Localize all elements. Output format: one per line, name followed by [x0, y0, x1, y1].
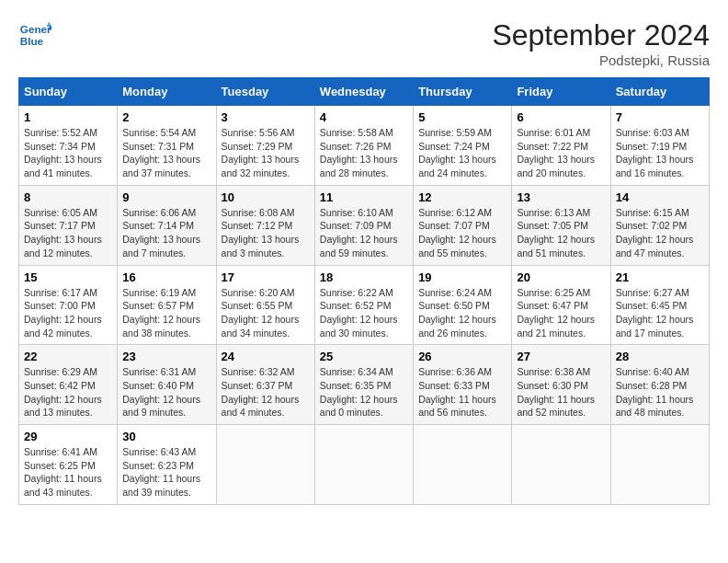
page-header: General Blue September 2024 Podstepki, R… — [18, 18, 710, 68]
day-info: Sunrise: 6:03 AMSunset: 7:19 PMDaylight:… — [616, 126, 704, 180]
day-number: 2 — [122, 110, 210, 124]
calendar-week-row: 29Sunrise: 6:41 AMSunset: 6:25 PMDayligh… — [19, 425, 710, 505]
day-info: Sunrise: 6:05 AMSunset: 7:17 PMDaylight:… — [24, 206, 112, 260]
day-info: Sunrise: 6:40 AMSunset: 6:28 PMDaylight:… — [616, 365, 704, 419]
calendar-cell — [314, 425, 413, 505]
day-info: Sunrise: 6:27 AMSunset: 6:45 PMDaylight:… — [616, 286, 704, 340]
day-info: Sunrise: 6:20 AMSunset: 6:55 PMDaylight:… — [222, 286, 310, 340]
day-number: 25 — [320, 350, 408, 363]
calendar-cell: 9Sunrise: 6:06 AMSunset: 7:14 PMDaylight… — [118, 185, 216, 265]
day-number: 5 — [418, 110, 506, 124]
day-number: 9 — [122, 190, 210, 204]
calendar-cell: 1Sunrise: 5:52 AMSunset: 7:34 PMDaylight… — [19, 106, 118, 186]
day-number: 12 — [418, 190, 506, 204]
header-tuesday: Tuesday — [216, 78, 314, 106]
calendar-cell: 7Sunrise: 6:03 AMSunset: 7:19 PMDaylight… — [610, 106, 709, 186]
weekday-header-row: Sunday Monday Tuesday Wednesday Thursday… — [19, 78, 710, 106]
day-info: Sunrise: 5:52 AMSunset: 7:34 PMDaylight:… — [24, 126, 112, 180]
calendar-cell: 6Sunrise: 6:01 AMSunset: 7:22 PMDaylight… — [512, 106, 610, 186]
day-number: 13 — [517, 190, 605, 204]
day-number: 8 — [24, 190, 112, 204]
day-number: 15 — [24, 270, 112, 284]
calendar-cell: 21Sunrise: 6:27 AMSunset: 6:45 PMDayligh… — [610, 265, 709, 345]
calendar-cell: 14Sunrise: 6:15 AMSunset: 7:02 PMDayligh… — [610, 185, 709, 265]
calendar-cell: 15Sunrise: 6:17 AMSunset: 7:00 PMDayligh… — [19, 265, 118, 345]
calendar-cell: 17Sunrise: 6:20 AMSunset: 6:55 PMDayligh… — [216, 265, 314, 345]
day-info: Sunrise: 6:19 AMSunset: 6:57 PMDaylight:… — [122, 286, 210, 340]
calendar-cell: 10Sunrise: 6:08 AMSunset: 7:12 PMDayligh… — [216, 185, 314, 265]
day-number: 28 — [616, 350, 704, 363]
calendar-cell: 23Sunrise: 6:31 AMSunset: 6:40 PMDayligh… — [118, 345, 216, 425]
calendar-cell — [414, 425, 512, 505]
calendar-cell: 2Sunrise: 5:54 AMSunset: 7:31 PMDaylight… — [118, 106, 216, 186]
logo-icon: General Blue — [18, 18, 51, 52]
day-info: Sunrise: 6:17 AMSunset: 7:00 PMDaylight:… — [24, 286, 112, 340]
day-info: Sunrise: 6:31 AMSunset: 6:40 PMDaylight:… — [122, 365, 210, 419]
day-number: 17 — [222, 270, 310, 284]
day-number: 29 — [24, 430, 112, 443]
header-sunday: Sunday — [19, 78, 118, 106]
header-wednesday: Wednesday — [314, 78, 413, 106]
day-info: Sunrise: 6:10 AMSunset: 7:09 PMDaylight:… — [320, 206, 408, 260]
day-number: 16 — [122, 270, 210, 284]
logo: General Blue — [18, 18, 51, 52]
calendar-cell: 30Sunrise: 6:43 AMSunset: 6:23 PMDayligh… — [118, 425, 216, 505]
day-number: 23 — [122, 350, 210, 363]
calendar-cell: 29Sunrise: 6:41 AMSunset: 6:25 PMDayligh… — [19, 425, 118, 505]
calendar-week-row: 8Sunrise: 6:05 AMSunset: 7:17 PMDaylight… — [19, 185, 710, 265]
calendar-cell: 4Sunrise: 5:58 AMSunset: 7:26 PMDaylight… — [314, 106, 413, 186]
location: Podstepki, Russia — [492, 52, 710, 68]
day-info: Sunrise: 5:59 AMSunset: 7:24 PMDaylight:… — [418, 126, 506, 180]
day-info: Sunrise: 6:32 AMSunset: 6:37 PMDaylight:… — [222, 365, 310, 419]
header-thursday: Thursday — [414, 78, 512, 106]
title-block: September 2024 Podstepki, Russia — [492, 18, 710, 68]
day-number: 6 — [517, 110, 605, 124]
day-number: 18 — [320, 270, 408, 284]
day-number: 20 — [517, 270, 605, 284]
calendar-cell: 13Sunrise: 6:13 AMSunset: 7:05 PMDayligh… — [512, 185, 610, 265]
day-info: Sunrise: 6:34 AMSunset: 6:35 PMDaylight:… — [320, 365, 408, 419]
calendar-week-row: 22Sunrise: 6:29 AMSunset: 6:42 PMDayligh… — [19, 345, 710, 425]
day-info: Sunrise: 6:24 AMSunset: 6:50 PMDaylight:… — [418, 286, 506, 340]
day-info: Sunrise: 6:43 AMSunset: 6:23 PMDaylight:… — [122, 445, 210, 500]
day-info: Sunrise: 6:15 AMSunset: 7:02 PMDaylight:… — [616, 206, 704, 260]
day-number: 24 — [222, 350, 310, 363]
calendar-cell: 26Sunrise: 6:36 AMSunset: 6:33 PMDayligh… — [414, 345, 512, 425]
calendar-cell: 3Sunrise: 5:56 AMSunset: 7:29 PMDaylight… — [216, 106, 314, 186]
day-number: 26 — [418, 350, 506, 363]
day-number: 10 — [222, 190, 310, 204]
day-info: Sunrise: 6:13 AMSunset: 7:05 PMDaylight:… — [517, 206, 605, 260]
calendar-cell: 16Sunrise: 6:19 AMSunset: 6:57 PMDayligh… — [118, 265, 216, 345]
day-info: Sunrise: 6:12 AMSunset: 7:07 PMDaylight:… — [418, 206, 506, 260]
header-monday: Monday — [118, 78, 216, 106]
calendar-cell — [512, 425, 610, 505]
day-info: Sunrise: 6:25 AMSunset: 6:47 PMDaylight:… — [517, 286, 605, 340]
calendar-cell — [610, 425, 709, 505]
calendar-week-row: 15Sunrise: 6:17 AMSunset: 7:00 PMDayligh… — [19, 265, 710, 345]
calendar-cell — [216, 425, 314, 505]
day-number: 11 — [320, 190, 408, 204]
day-info: Sunrise: 6:08 AMSunset: 7:12 PMDaylight:… — [222, 206, 310, 260]
day-info: Sunrise: 6:01 AMSunset: 7:22 PMDaylight:… — [517, 126, 605, 180]
day-number: 7 — [616, 110, 704, 124]
day-info: Sunrise: 6:38 AMSunset: 6:30 PMDaylight:… — [517, 365, 605, 419]
day-number: 21 — [616, 270, 704, 284]
header-saturday: Saturday — [610, 78, 709, 106]
calendar-cell: 24Sunrise: 6:32 AMSunset: 6:37 PMDayligh… — [216, 345, 314, 425]
svg-text:Blue: Blue — [20, 35, 44, 47]
calendar-cell: 11Sunrise: 6:10 AMSunset: 7:09 PMDayligh… — [314, 185, 413, 265]
day-info: Sunrise: 6:22 AMSunset: 6:52 PMDaylight:… — [320, 286, 408, 340]
day-number: 22 — [24, 350, 112, 363]
day-info: Sunrise: 6:06 AMSunset: 7:14 PMDaylight:… — [122, 206, 210, 260]
calendar-cell: 22Sunrise: 6:29 AMSunset: 6:42 PMDayligh… — [19, 345, 118, 425]
calendar-cell: 25Sunrise: 6:34 AMSunset: 6:35 PMDayligh… — [314, 345, 413, 425]
calendar-cell: 18Sunrise: 6:22 AMSunset: 6:52 PMDayligh… — [314, 265, 413, 345]
day-info: Sunrise: 5:56 AMSunset: 7:29 PMDaylight:… — [222, 126, 310, 180]
day-number: 30 — [122, 430, 210, 443]
svg-text:General: General — [20, 23, 51, 35]
header-friday: Friday — [512, 78, 610, 106]
calendar-week-row: 1Sunrise: 5:52 AMSunset: 7:34 PMDaylight… — [19, 106, 710, 186]
calendar-cell: 20Sunrise: 6:25 AMSunset: 6:47 PMDayligh… — [512, 265, 610, 345]
day-number: 19 — [418, 270, 506, 284]
day-info: Sunrise: 6:36 AMSunset: 6:33 PMDaylight:… — [418, 365, 506, 419]
